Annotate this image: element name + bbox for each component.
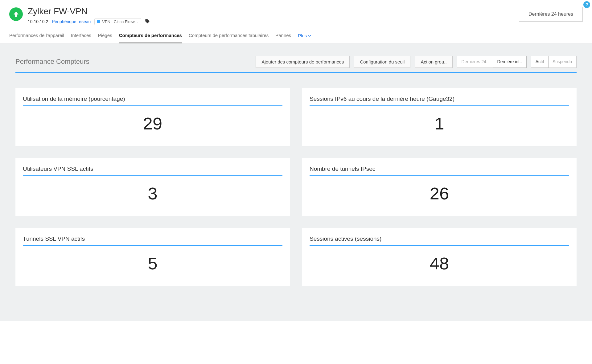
tab-outages[interactable]: Pannes [275, 33, 291, 43]
counter-card: Tunnels SSL VPN actifs 5 [15, 228, 290, 286]
counter-title: Utilisation de la mémoire (pourcentage) [23, 96, 282, 106]
time-range-button[interactable]: Dernières 24 heures [519, 7, 583, 22]
tab-bar: Performances de l'appareil Interfaces Pi… [0, 33, 592, 43]
state-segment: Actif Suspendu [531, 56, 577, 68]
state-active[interactable]: Actif [531, 56, 549, 68]
counter-card: Sessions actives (sessions) 48 [302, 228, 577, 286]
counter-value: 29 [23, 113, 282, 133]
tab-tabular-counters[interactable]: Compteurs de performances tabulaires [189, 33, 269, 43]
device-type-link[interactable]: Périphérique réseau [52, 19, 91, 24]
bulk-action-button[interactable]: Action grou.. [415, 56, 452, 68]
counter-card: Nombre de tunnels IPsec 26 [302, 158, 577, 216]
counter-card: Utilisateurs VPN SSL actifs 3 [15, 158, 290, 216]
tab-interfaces[interactable]: Interfaces [71, 33, 91, 43]
help-icon[interactable]: ? [583, 1, 590, 8]
counter-title: Sessions IPv6 au cours de la dernière he… [310, 96, 569, 106]
tab-perf-counters[interactable]: Compteurs de performances [119, 33, 182, 43]
counter-title: Utilisateurs VPN SSL actifs [23, 166, 282, 176]
counter-title: Nombre de tunnels IPsec [310, 166, 569, 176]
tab-device-perf[interactable]: Performances de l'appareil [9, 33, 64, 43]
device-chip[interactable]: VPN : Cisco Firew... [94, 18, 141, 25]
tab-more[interactable]: Plus [298, 33, 311, 43]
tag-icon[interactable] [145, 19, 150, 25]
tab-traps[interactable]: Pièges [98, 33, 112, 43]
device-ip: 10.10.10.2 [28, 19, 48, 24]
chevron-down-icon [308, 34, 311, 37]
counter-value: 5 [23, 253, 282, 273]
counter-value: 1 [310, 113, 569, 133]
counter-title: Sessions actives (sessions) [310, 235, 569, 246]
counter-card: Sessions IPv6 au cours de la dernière he… [302, 88, 577, 146]
state-suspended[interactable]: Suspendu [548, 56, 576, 67]
counter-value: 48 [310, 253, 569, 273]
counter-title: Tunnels SSL VPN actifs [23, 235, 282, 246]
range-segment: Dernières 24.. Dernière int.. [457, 56, 527, 68]
range-24h[interactable]: Dernières 24.. [457, 56, 493, 67]
status-up-icon [9, 7, 23, 21]
add-counters-button[interactable]: Ajouter des compteurs de performances [256, 56, 350, 68]
page-title: Zylker FW-VPN [28, 7, 150, 16]
counter-value: 3 [23, 183, 282, 203]
chip-color-icon [97, 20, 100, 23]
counter-card: Utilisation de la mémoire (pourcentage) … [15, 88, 290, 146]
range-last-interval[interactable]: Dernière int.. [493, 56, 527, 68]
section-title: Performance Compteurs [15, 58, 89, 66]
chip-label: VPN : Cisco Firew... [102, 19, 138, 24]
counter-value: 26 [310, 183, 569, 203]
threshold-config-button[interactable]: Configuration du seuil [354, 56, 410, 68]
tab-more-label: Plus [298, 33, 307, 38]
